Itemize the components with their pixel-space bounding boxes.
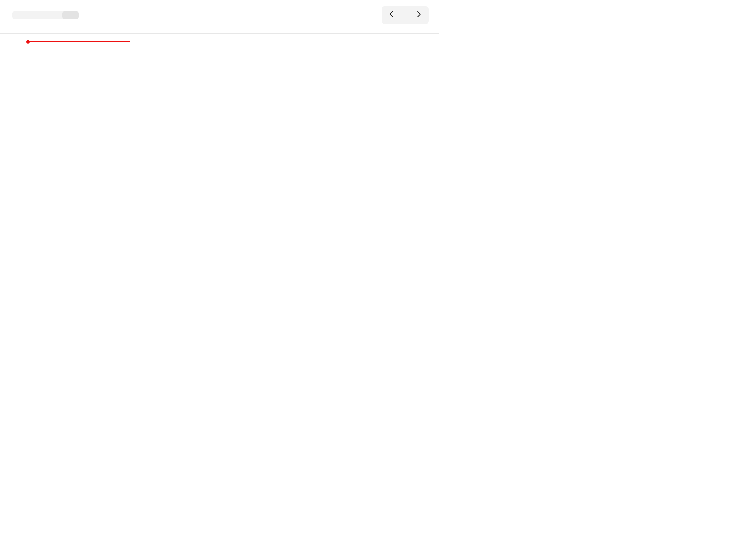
now-indicator (28, 41, 130, 42)
view-month[interactable] (29, 11, 46, 19)
arrow-right-icon (415, 10, 422, 20)
view-year[interactable] (12, 11, 29, 19)
view-week[interactable] (46, 11, 62, 19)
next-day-button[interactable] (410, 8, 427, 22)
col-live[interactable] (130, 41, 232, 324)
col-hall[interactable] (333, 41, 435, 324)
col-header-live[interactable] (131, 30, 234, 33)
today-button[interactable] (400, 12, 410, 18)
hour-labels (0, 41, 28, 324)
columns (28, 41, 435, 324)
view-switcher (12, 11, 79, 19)
day-grid (0, 41, 435, 324)
col-header-hall[interactable] (336, 30, 439, 33)
topbar (0, 0, 439, 27)
col-vocal[interactable] (232, 41, 333, 324)
column-headers (0, 30, 439, 34)
prev-day-button[interactable] (383, 8, 400, 22)
col-big[interactable] (28, 41, 130, 324)
date-nav (382, 6, 429, 24)
view-day[interactable] (62, 11, 79, 19)
col-header-vocal[interactable] (234, 30, 336, 33)
arrow-left-icon (388, 10, 395, 20)
col-header-big[interactable] (28, 30, 131, 33)
